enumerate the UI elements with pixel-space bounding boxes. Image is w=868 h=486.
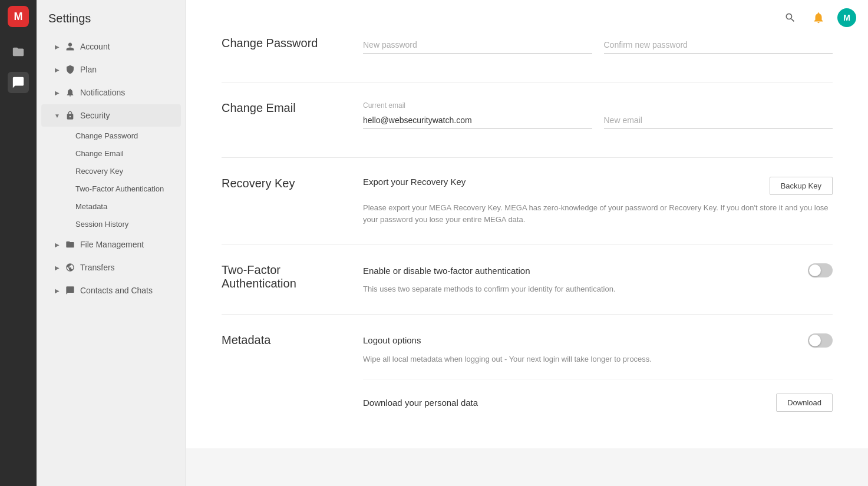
sidebar-item-plan[interactable]: ▶ Plan: [41, 58, 181, 81]
sidebar-item-file-management[interactable]: ▶ File Management: [41, 233, 181, 256]
download-row: Download your personal data Download: [363, 379, 833, 412]
sidebar-sub-two-factor[interactable]: Two-Factor Authentication: [41, 180, 181, 197]
arrow-icon: ▶: [53, 286, 61, 295]
sidebar-nav: ▶ Account ▶ Plan ▶ Notifications ▼: [37, 35, 186, 314]
main-content: Change Password Change Email Current: [186, 0, 868, 448]
change-password-body: [363, 37, 833, 63]
new-password-group: [363, 37, 592, 54]
arrow-icon: ▶: [53, 42, 61, 51]
new-password-input[interactable]: [363, 37, 592, 54]
bell-icon: [65, 87, 75, 98]
sidebar-sub-recovery-key[interactable]: Recovery Key: [41, 163, 181, 180]
arrow-icon: ▶: [53, 88, 61, 97]
current-email-input[interactable]: [363, 112, 592, 129]
confirm-password-group: [604, 37, 833, 54]
user-icon: [65, 41, 75, 52]
logout-options-row: Logout options: [363, 333, 833, 348]
icon-bar-chat[interactable]: [8, 72, 29, 93]
recovery-description: Please export your MEGA Recovery Key. ME…: [363, 202, 833, 225]
arrow-icon: ▶: [53, 240, 61, 249]
new-email-input[interactable]: [604, 112, 833, 129]
sidebar-sub-metadata[interactable]: Metadata: [41, 198, 181, 215]
arrow-down-icon: ▼: [53, 111, 61, 120]
change-email-section: Change Email Current email: [222, 82, 833, 158]
sidebar-sub-session-history[interactable]: Session History: [41, 216, 181, 233]
download-personal-data-label: Download your personal data: [363, 398, 478, 408]
sidebar-item-security[interactable]: ▼ Security: [41, 104, 181, 127]
sidebar-item-contacts-chats[interactable]: ▶ Contacts and Chats: [41, 279, 181, 302]
backup-key-button[interactable]: Backup Key: [770, 177, 833, 195]
recovery-header: Export your Recovery Key Backup Key: [363, 177, 833, 195]
metadata-body: Logout options Wipe all local metadata w…: [363, 333, 833, 412]
shield-icon: [65, 64, 75, 75]
sidebar-contacts-chats-label: Contacts and Chats: [80, 286, 169, 295]
recovery-key-section: Recovery Key Export your Recovery Key Ba…: [222, 158, 833, 244]
arrow-icon: ▶: [53, 263, 61, 272]
recovery-subtitle: Export your Recovery Key: [363, 177, 466, 187]
logout-options-label: Logout options: [363, 335, 421, 345]
two-factor-section: Two-Factor Authentication Enable or disa…: [222, 244, 833, 315]
current-email-group: Current email: [363, 101, 592, 129]
sidebar-plan-label: Plan: [80, 65, 169, 74]
recovery-key-body: Export your Recovery Key Backup Key Plea…: [363, 177, 833, 225]
folder-icon: [65, 239, 75, 250]
sidebar-sub-change-email[interactable]: Change Email: [41, 145, 181, 162]
sidebar-sub-change-password[interactable]: Change Password: [41, 127, 181, 144]
sidebar-security-label: Security: [80, 111, 169, 120]
search-icon[interactable]: [781, 8, 800, 27]
password-fields-row: [363, 37, 833, 54]
user-avatar[interactable]: M: [837, 8, 856, 27]
email-fields-row: Current email: [363, 101, 833, 129]
sidebar: Settings ▶ Account ▶ Plan ▶ Notification…: [37, 0, 186, 486]
new-email-group: [604, 112, 833, 129]
metadata-title: Metadata: [222, 333, 339, 412]
change-email-body: Current email: [363, 101, 833, 138]
two-factor-toggle[interactable]: [808, 263, 833, 277]
download-button[interactable]: Download: [776, 394, 833, 412]
arrow-icon: ▶: [53, 65, 61, 74]
confirm-password-input[interactable]: [604, 37, 833, 54]
metadata-section: Metadata Logout options Wipe all local m…: [222, 315, 833, 431]
icon-bar: M: [0, 0, 37, 486]
sidebar-item-transfers[interactable]: ▶ Transfers: [41, 256, 181, 279]
icon-bar-files[interactable]: [8, 41, 29, 62]
two-factor-body: Enable or disable two-factor authenticat…: [363, 263, 833, 295]
two-factor-toggle-row: Enable or disable two-factor authenticat…: [363, 263, 833, 277]
two-factor-toggle-label: Enable or disable two-factor authenticat…: [363, 266, 530, 276]
sidebar-notifications-label: Notifications: [80, 88, 169, 97]
top-bar: M: [769, 0, 868, 35]
globe-icon: [65, 262, 75, 273]
two-factor-title: Two-Factor Authentication: [222, 263, 339, 295]
chat-icon: [65, 285, 75, 296]
change-password-title: Change Password: [222, 37, 339, 63]
app-logo[interactable]: M: [8, 6, 29, 27]
change-password-section: Change Password: [222, 18, 833, 82]
sidebar-file-management-label: File Management: [80, 240, 169, 249]
change-email-title: Change Email: [222, 101, 339, 138]
sidebar-title: Settings: [37, 0, 186, 35]
recovery-key-title: Recovery Key: [222, 177, 339, 225]
sidebar-transfers-label: Transfers: [80, 263, 169, 272]
notifications-icon[interactable]: [809, 8, 828, 27]
current-email-label: Current email: [363, 101, 592, 110]
sidebar-account-label: Account: [80, 42, 169, 51]
logout-description: Wipe all local metadata when logging out…: [363, 353, 833, 365]
two-factor-description: This uses two separate methods to confir…: [363, 283, 833, 295]
logout-toggle[interactable]: [808, 333, 833, 348]
lock-icon: [65, 110, 75, 121]
sidebar-item-account[interactable]: ▶ Account: [41, 35, 181, 58]
sidebar-item-notifications[interactable]: ▶ Notifications: [41, 81, 181, 104]
